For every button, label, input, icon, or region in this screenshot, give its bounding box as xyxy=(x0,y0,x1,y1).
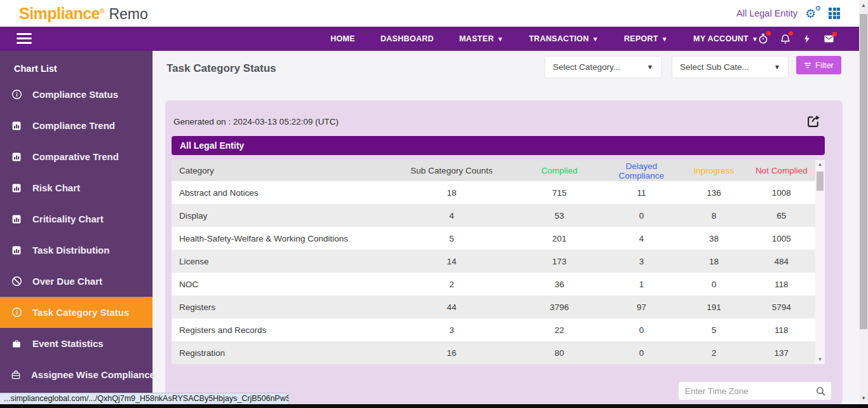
table-row: Abstract and Notices18715111361008 xyxy=(172,181,815,204)
table-row: NOC23610118 xyxy=(172,273,815,296)
info-circle-icon xyxy=(11,307,22,318)
bar-chart-icon xyxy=(11,183,22,193)
timezone-input[interactable] xyxy=(679,386,815,396)
timezone-search xyxy=(679,382,831,400)
info-circle-icon xyxy=(11,89,22,100)
legal-entity-selector[interactable]: All Legal Entity xyxy=(736,8,797,18)
scroll-down-arrow[interactable]: ▼ xyxy=(859,394,868,403)
table-scrollbar[interactable]: ▲ ▼ xyxy=(815,160,825,364)
sidebar-item-compliance-trend[interactable]: Compliance Trend xyxy=(0,110,153,141)
column-header-category: Category xyxy=(172,166,387,175)
bell-icon[interactable] xyxy=(780,33,791,44)
bag-outline-icon xyxy=(11,370,21,380)
column-header-complied: Complied xyxy=(516,166,603,175)
sidebar-item-over-due-chart[interactable]: Over Due Chart xyxy=(0,266,153,297)
entity-banner: All Legal Entity xyxy=(172,136,825,155)
table-row: Display4530865 xyxy=(172,204,815,227)
sidebar-item-compliance-status[interactable]: Compliance Status xyxy=(0,79,153,110)
bar-chart-icon xyxy=(11,214,22,224)
filter-icon xyxy=(804,62,811,69)
logo-brand-text: Simpliance xyxy=(19,4,100,23)
task-category-table: Category Sub Category Counts Complied De… xyxy=(172,160,825,364)
notification-dot xyxy=(766,31,771,36)
envelope-icon[interactable] xyxy=(823,34,835,44)
nav-item-my-account[interactable]: MY ACCOUNT▼ xyxy=(693,34,758,43)
main-navbar: HOME DASHBOARD MASTER▼ TRANSACTION▼ REPO… xyxy=(0,27,868,51)
table-row: Registers and Records32205118 xyxy=(172,318,815,341)
page-title: Task Category Status xyxy=(166,62,276,75)
notification-dot xyxy=(832,32,837,36)
nav-item-report[interactable]: REPORT▼ xyxy=(624,34,668,43)
nav-item-master[interactable]: MASTER▼ xyxy=(459,34,504,43)
generated-on-text: Generated on : 2024-03-13 05:22:09 (UTC) xyxy=(173,117,339,126)
chevron-down-icon: ▼ xyxy=(661,36,668,43)
scroll-up-arrow[interactable]: ▲ xyxy=(859,1,868,10)
app-grid-icon[interactable] xyxy=(829,8,840,19)
bottom-edge-bar xyxy=(0,404,868,408)
sidebar-item-task-category-status[interactable]: Task Category Status xyxy=(0,297,153,328)
chevron-down-icon: ▼ xyxy=(497,36,503,43)
scrollbar-thumb[interactable] xyxy=(817,172,824,191)
sidebar-title: Chart List xyxy=(0,51,153,79)
scroll-up-arrow[interactable]: ▲ xyxy=(815,160,825,169)
export-button[interactable] xyxy=(805,113,821,131)
chevron-down-icon: ▼ xyxy=(774,64,780,71)
lightning-icon[interactable] xyxy=(802,33,812,44)
sidebar-item-criticality-chart[interactable]: Criticality Chart xyxy=(0,203,153,235)
category-select[interactable]: Select Category... ▼ xyxy=(545,57,661,78)
app-window: Simpliance ® Remo All Legal Entity ⚙⚙ HO… xyxy=(0,0,868,408)
report-panel: Generated on : 2024-03-13 05:22:09 (UTC)… xyxy=(165,100,843,404)
table-header-row: Category Sub Category Counts Complied De… xyxy=(172,160,815,181)
sidebar-item-task-distribution[interactable]: Task Distribution xyxy=(0,235,153,266)
bar-chart-icon xyxy=(11,245,22,255)
chevron-down-icon: ▼ xyxy=(592,36,599,43)
table-row: Health-Safety-Welfare & Working Conditio… xyxy=(172,227,815,250)
chevron-down-icon: ▼ xyxy=(647,64,653,71)
scrollbar-thumb[interactable] xyxy=(860,14,867,329)
column-header-delayed-compliance: Delayed Compliance xyxy=(603,161,681,180)
subcategory-select[interactable]: Select Sub Cate... ▼ xyxy=(672,57,788,78)
scroll-down-arrow[interactable]: ▼ xyxy=(815,355,825,364)
settings-gears-icon[interactable]: ⚙⚙ xyxy=(805,8,816,20)
table-row: License14173318484 xyxy=(172,250,815,273)
nav-item-home[interactable]: HOME xyxy=(330,34,355,43)
bar-chart-icon xyxy=(11,121,22,131)
search-icon[interactable] xyxy=(815,386,826,397)
column-header-not-complied: Not Complied xyxy=(748,166,815,175)
browser-status-link: ...simplianceglobal.com/.../QxhQj7m9_H58… xyxy=(0,393,289,405)
timer-icon[interactable] xyxy=(757,33,769,44)
bar-chart-icon xyxy=(11,152,22,162)
hamburger-menu-icon[interactable] xyxy=(17,33,32,46)
nav-menu: HOME DASHBOARD MASTER▼ TRANSACTION▼ REPO… xyxy=(330,34,758,43)
briefcase-icon xyxy=(11,339,22,349)
sidebar-item-risk-chart[interactable]: Risk Chart xyxy=(0,172,153,203)
small-gear-icon: ⚙ xyxy=(815,5,821,12)
sidebar: Chart List Compliance Status Compliance … xyxy=(0,51,153,404)
export-icon xyxy=(805,113,821,129)
app-logo: Simpliance ® Remo xyxy=(19,4,148,23)
logo-product-text: Remo xyxy=(109,6,147,23)
sidebar-item-comparative-trend[interactable]: Comparative Trend xyxy=(0,141,153,172)
slash-circle-icon xyxy=(11,276,22,287)
notification-dot xyxy=(789,31,793,36)
top-header-bar: Simpliance ® Remo All Legal Entity ⚙⚙ xyxy=(0,0,868,27)
table-row: Registers443796971915794 xyxy=(172,296,815,318)
page-scrollbar[interactable]: ▲ ▼ xyxy=(859,0,868,404)
table-row: Registration168002137 xyxy=(172,341,815,364)
filter-button[interactable]: Filter xyxy=(796,56,841,74)
registered-mark: ® xyxy=(100,8,104,15)
sidebar-item-assignee-wise-compliance[interactable]: Assignee Wise Compliance xyxy=(0,359,153,390)
nav-item-transaction[interactable]: TRANSACTION▼ xyxy=(529,34,598,43)
column-header-sub-category-counts: Sub Category Counts xyxy=(387,166,516,175)
sidebar-item-event-statistics[interactable]: Event Statistics xyxy=(0,328,153,359)
nav-item-dashboard[interactable]: DASHBOARD xyxy=(381,34,434,43)
column-header-inprogress: Inprogress xyxy=(680,166,747,175)
